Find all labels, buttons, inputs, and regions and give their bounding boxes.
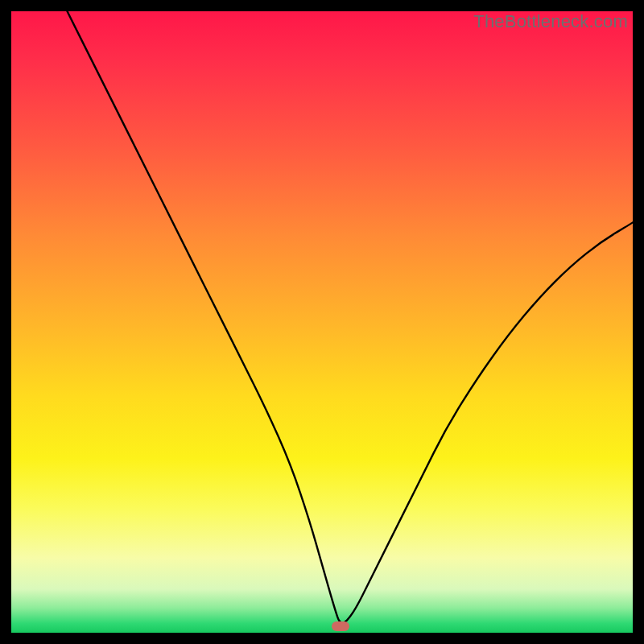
plot-area: TheBottleneck.com (11, 11, 633, 633)
chart-frame: TheBottleneck.com (0, 0, 644, 644)
trough-marker (332, 621, 349, 631)
bottleneck-curve (11, 11, 633, 633)
